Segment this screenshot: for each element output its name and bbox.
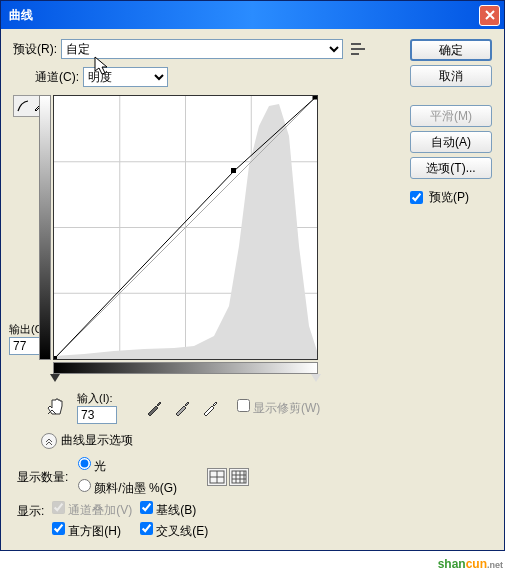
curve-point[interactable] — [231, 168, 236, 173]
channel-select[interactable]: 明度 — [83, 67, 168, 87]
intersection-check[interactable]: 交叉线(E) — [140, 522, 208, 540]
collapse-button[interactable] — [41, 433, 57, 449]
hand-tool[interactable] — [45, 396, 69, 420]
titlebar[interactable]: 曲线 — [1, 1, 504, 29]
hand-icon — [45, 396, 67, 418]
curves-dialog: 曲线 预设(R): 自定 通道(C): 明度 — [0, 0, 505, 551]
grid-fine-button[interactable] — [229, 468, 249, 486]
preset-label: 预设(R): — [13, 41, 57, 58]
gray-eyedropper[interactable] — [173, 399, 191, 417]
input-slider-track[interactable] — [53, 374, 318, 384]
show-clipping-checkbox[interactable] — [237, 399, 250, 412]
baseline-check[interactable]: 基线(B) — [140, 501, 208, 519]
ok-button[interactable]: 确定 — [410, 39, 492, 61]
show-clipping-check[interactable]: 显示修剪(W) — [237, 399, 320, 417]
preview-checkbox[interactable] — [410, 191, 423, 204]
grid-coarse-button[interactable] — [207, 468, 227, 486]
radio-pigment[interactable]: 颜料/油墨 %(G) — [78, 479, 177, 497]
curve-display-options-label: 曲线显示选项 — [61, 432, 133, 449]
preview-check[interactable]: 预览(P) — [410, 189, 492, 206]
input-label: 输入(I): — [77, 391, 117, 406]
show-label: 显示: — [17, 503, 44, 520]
output-gradient-bar — [39, 95, 51, 360]
preset-menu-icon[interactable] — [351, 41, 367, 57]
cancel-button[interactable]: 取消 — [410, 65, 492, 87]
options-button[interactable]: 选项(T)... — [410, 157, 492, 179]
black-eyedropper[interactable] — [145, 399, 163, 417]
smooth-button: 平滑(M) — [410, 105, 492, 127]
curve-point-tool[interactable] — [16, 98, 30, 114]
channel-overlay-check[interactable]: 通道叠加(V) — [52, 501, 132, 519]
channel-label: 通道(C): — [35, 69, 79, 86]
display-amount-label: 显示数量: — [17, 469, 68, 486]
grid-fine-icon — [230, 469, 248, 485]
auto-button[interactable]: 自动(A) — [410, 131, 492, 153]
black-point-slider[interactable] — [50, 374, 60, 382]
curve-graph[interactable] — [53, 95, 318, 360]
curve-icon — [17, 100, 29, 112]
close-button[interactable] — [479, 5, 500, 26]
chevron-up-icon — [45, 437, 53, 445]
histogram-check[interactable]: 直方图(H) — [52, 522, 132, 540]
curve-endpoint-low[interactable] — [54, 356, 57, 359]
radio-light[interactable]: 光 — [78, 457, 177, 475]
input-input[interactable] — [77, 406, 117, 424]
white-point-slider[interactable] — [311, 374, 321, 382]
close-icon — [485, 10, 495, 20]
watermark: shancun.net — [438, 554, 503, 572]
white-eyedropper[interactable] — [201, 399, 219, 417]
preset-select[interactable]: 自定 — [61, 39, 343, 59]
grid-coarse-icon — [208, 469, 226, 485]
curve-endpoint-high[interactable] — [313, 96, 317, 99]
title: 曲线 — [5, 7, 479, 24]
input-gradient-bar — [53, 362, 318, 374]
